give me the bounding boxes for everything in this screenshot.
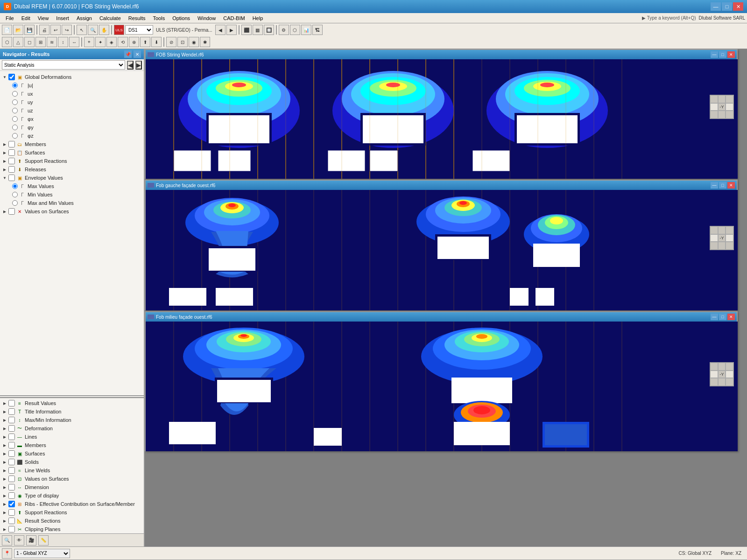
tb2-11[interactable]: ⟲ [118,37,128,47]
check-type-of-display[interactable] [8,492,15,499]
menu-cadbim[interactable]: CAD-BIM [219,14,248,22]
mdi-close-1[interactable]: ✕ [727,51,735,58]
nav-icon1[interactable]: 🔍 [2,535,12,546]
arrow-solids[interactable]: ▶ [2,459,7,465]
bottom-lines[interactable]: ▶ — Lines [0,433,144,441]
mdi-min-3[interactable]: — [711,314,718,320]
check-result-values[interactable] [8,400,15,406]
mdi-min-1[interactable]: — [711,51,718,58]
tb2-7[interactable]: ↔ [69,37,79,47]
tb-misc2[interactable]: ⬡ [290,25,300,35]
arrow-result-values[interactable]: ▶ [2,400,7,406]
tb-3d[interactable]: ULS [114,25,124,35]
check-values-surfaces[interactable] [8,208,15,215]
tb2-9[interactable]: ✦ [95,37,106,47]
bottom-values-surfaces[interactable]: ▶ ⊡ Values on Surfaces [0,475,144,483]
check-surfaces[interactable] [8,149,15,156]
check-maxmin-info[interactable] [8,417,15,423]
tb-render1[interactable]: ⬛ [241,25,252,35]
tree-global-deformations[interactable]: ▼ ▣ Global Deformations [0,73,144,81]
tb2-4[interactable]: ⊞ [35,37,46,47]
tb-open[interactable]: 📂 [13,25,23,35]
nav-icon4[interactable]: 📏 [38,535,49,546]
tb2-16[interactable]: ⊡ [177,37,188,47]
arrow-values-surfaces-b[interactable]: ▶ [2,476,7,482]
bottom-support-reactions[interactable]: ▶ ⬆ Support Reactions [0,508,144,517]
tree-uy[interactable]: Γ uy [0,98,144,106]
radio-phiz[interactable] [12,133,18,139]
radio-phiy[interactable] [12,125,18,130]
tb-print[interactable]: 🖨 [39,25,49,35]
bottom-members[interactable]: ▶ ▬ Members [0,441,144,449]
tb-load-case[interactable]: DS1 [125,25,153,35]
tb-misc4[interactable]: 🏗 [312,25,323,35]
mdi-close-2[interactable]: ✕ [727,182,735,189]
check-title-info[interactable] [8,408,15,415]
radio-min-values[interactable] [12,192,18,197]
bottom-maxmin-info[interactable]: ▶ ↕ Max/Min Information [0,416,144,424]
tb2-2[interactable]: △ [13,37,23,47]
radio-u-abs[interactable] [12,83,18,88]
check-releases[interactable] [8,166,15,173]
bottom-title-info[interactable]: ▶ T Title Information [0,407,144,416]
bottom-surfaces[interactable]: ▶ ▣ Surfaces [0,449,144,458]
arrow-maxmin-info[interactable]: ▶ [2,417,7,423]
check-ribs[interactable] [8,501,15,507]
maximize-button[interactable]: □ [722,2,732,11]
tree-arrow-envelope[interactable]: ▼ [2,175,7,181]
tree-min-values[interactable]: Γ Min Values [0,190,144,199]
tb-zoom[interactable]: 🔍 [88,25,98,35]
menu-tools[interactable]: Tools [149,14,169,22]
bottom-line-welds[interactable]: ▶ ≈ Line Welds [0,466,144,475]
radio-ux[interactable] [12,91,18,97]
check-surfaces-b[interactable] [8,450,15,457]
tb-undo[interactable]: ↩ [50,25,61,35]
mdi-max-1[interactable]: □ [719,51,726,58]
arrow-deformation[interactable]: ▶ [2,426,7,431]
arrow-members-b[interactable]: ▶ [2,442,7,448]
check-members-b[interactable] [8,442,15,448]
radio-max-values[interactable] [12,183,18,189]
minimize-button[interactable]: — [711,2,721,11]
tree-uz[interactable]: Γ uz [0,106,144,115]
radio-uz[interactable] [12,108,18,113]
menu-assign[interactable]: Assign [73,14,96,22]
nav-close[interactable]: ✕ [134,50,141,58]
check-global-deformations[interactable] [8,74,15,80]
tree-arrow-support[interactable]: ▶ [2,158,7,164]
arrow-dimension[interactable]: ▶ [2,484,7,490]
bottom-dimension[interactable]: ▶ ↔ Dimension [0,483,144,491]
menu-window[interactable]: Window [194,14,219,22]
tree-max-min-values[interactable]: Γ Max and Min Values [0,199,144,207]
tb-misc3[interactable]: 📊 [301,25,311,35]
tree-arrow-values-surfaces[interactable]: ▶ [2,209,7,214]
mdi-close-3[interactable]: ✕ [727,314,735,320]
bottom-solids[interactable]: ▶ ⬛ Solids [0,458,144,466]
check-solids[interactable] [8,459,15,465]
tree-u-abs[interactable]: Γ |u| [0,81,144,90]
bottom-type-of-display[interactable]: ▶ ◉ Type of display [0,491,144,500]
tree-support-reactions[interactable]: ▶ ⬆ Support Reactions [0,157,144,165]
close-button[interactable]: ✕ [733,2,743,11]
arrow-clipping-planes[interactable]: ▶ [2,526,7,532]
arrow-title-info[interactable]: ▶ [2,409,7,414]
tree-ux[interactable]: Γ ux [0,90,144,98]
sb-icon1[interactable]: 📍 [2,548,12,559]
tree-arrow-surfaces[interactable]: ▶ [2,150,7,155]
check-deformation[interactable] [8,425,15,432]
tb2-10[interactable]: ◈ [106,37,117,47]
check-envelope-values[interactable] [8,175,15,181]
menu-file[interactable]: File [2,14,18,22]
check-values-surfaces-b[interactable] [8,476,15,482]
nav-prev[interactable]: ◀ [127,61,134,70]
tb2-1[interactable]: ⬡ [2,37,12,47]
arrow-lines[interactable]: ▶ [2,434,7,440]
check-members[interactable] [8,141,15,147]
radio-max-min-values[interactable] [12,200,18,206]
tb-redo[interactable]: ↪ [62,25,72,35]
check-support-reactions[interactable] [8,158,15,164]
check-support-reactions-b[interactable] [8,509,15,516]
menu-edit[interactable]: Edit [18,14,34,22]
arrow-type-of-display[interactable]: ▶ [2,493,7,498]
tb2-17[interactable]: ◉ [189,37,199,47]
